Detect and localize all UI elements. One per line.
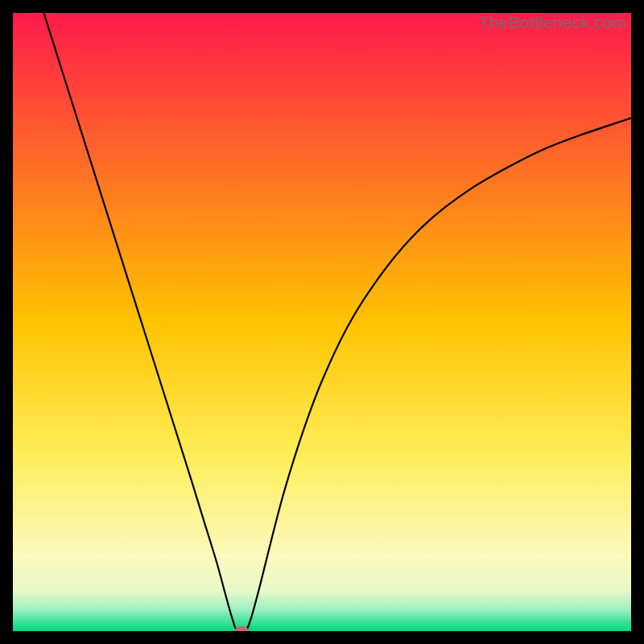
bottleneck-chart: [13, 13, 631, 631]
watermark-text: TheBottleneck.com: [479, 13, 626, 32]
gradient-background: [13, 13, 631, 631]
plot-frame: TheBottleneck.com: [13, 13, 631, 631]
